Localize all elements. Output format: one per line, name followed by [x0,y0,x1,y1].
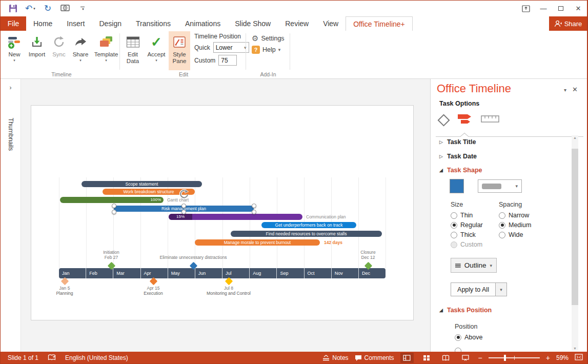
section-task-title[interactable]: ▷ Task Title [439,138,476,146]
start-from-beginning-button[interactable] [60,3,70,15]
size-radio[interactable]: Thin [451,212,483,219]
zoom-slider-center-tick [514,356,515,360]
timescale-band[interactable]: JanFebMarAprMayJunJulAugSepOctNovDec [59,268,386,278]
size-radio[interactable]: Thick [451,231,483,238]
ribbon-display-options-button[interactable] [517,1,535,16]
gantt-bar[interactable]: Get underperformers back on track [261,222,356,228]
gantt-bar[interactable]: Find needed resources to overcome stalls [231,231,382,237]
zoom-slider[interactable] [489,357,540,358]
ribbon-tab[interactable]: Review [278,16,316,31]
view-slideshow-button[interactable] [459,353,472,363]
spacing-radio[interactable]: Narrow [499,212,531,219]
new-timeline-icon [7,33,22,51]
ribbon-tab[interactable]: Home [26,16,59,31]
tab-file[interactable]: File [1,16,26,31]
accept-caret: ▾ [155,58,157,63]
slide-canvas[interactable]: Scope statementWork breakdown structure1… [31,105,414,320]
view-slide-sorter-button[interactable] [420,353,433,363]
outline-button[interactable]: Outline ▾ [451,258,497,273]
milestone-shape-tab-icon[interactable] [437,114,450,126]
ribbon-tab[interactable]: Insert [59,16,92,31]
section-label: Task Date [447,153,477,160]
expander-icon: ◢ [439,308,443,313]
custom-position-input[interactable] [218,55,237,66]
apply-to-all-dropdown[interactable]: ▾ [496,282,507,296]
close-button[interactable]: ✕ [570,1,587,16]
ribbon-tab[interactable]: Design [92,16,129,31]
scroll-down-icon[interactable]: ▼ [572,347,578,350]
slide-counter[interactable]: Slide 1 of 1 [8,354,38,361]
accept-button[interactable]: ✓ Accept ▾ [144,31,169,70]
zoom-out-button[interactable]: − [478,354,482,361]
spacing-radio[interactable]: Wide [499,231,531,238]
view-reading-button[interactable] [439,353,453,363]
quick-position-dropdown[interactable]: Lower ▾ [213,42,249,53]
selection-handle[interactable] [181,204,186,208]
section-task-date[interactable]: ▷ Task Date [439,153,477,160]
month-cell: May [168,268,195,278]
size-radio[interactable]: Regular [451,221,483,229]
shape-color-swatch[interactable] [450,179,464,193]
redo-button[interactable]: ↻ [43,3,53,15]
minimize-button[interactable]: — [535,1,552,16]
maximize-button[interactable] [552,1,570,16]
tab-label: Animations [185,19,220,28]
gantt-bar[interactable]: 100% [60,197,164,203]
apply-to-all-button[interactable]: Apply to All [451,282,496,296]
undo-dropdown-caret[interactable]: ▾ [33,7,35,11]
scrollbar-thumb[interactable] [572,149,578,305]
radio-icon [499,222,505,229]
shape-style-dropdown[interactable]: ▾ [478,179,522,193]
save-button[interactable] [8,3,18,15]
section-tasks-position[interactable]: ◢ Tasks Position [439,307,492,314]
new-button[interactable]: New ▾ [4,31,25,70]
timescale-tab-icon[interactable] [481,114,499,126]
gantt-bar[interactable]: Manage morale to prevent burnout [195,239,320,246]
ribbon-tab[interactable]: Slide Show [228,16,278,31]
edit-data-button[interactable]: Edit Data [121,31,144,70]
pane-scrollbar[interactable]: ▲ ▼ [572,135,578,351]
share-timeline-button[interactable]: Share ▾ [69,31,92,70]
thumbnails-pane-collapsed[interactable]: › Thumbnails [1,79,21,352]
selection-handle[interactable] [181,210,186,214]
size-radio[interactable]: Custom [451,241,483,248]
rotate-handle-icon[interactable] [178,189,190,200]
import-button[interactable]: Import [25,31,49,70]
zoom-slider-thumb[interactable] [504,355,506,361]
position-radio[interactable]: Above [455,334,482,341]
task-shape-tab-icon[interactable] [457,113,472,127]
language-indicator[interactable]: English (United States) [65,354,128,361]
settings-button[interactable]: ⚙ Settings [252,34,285,42]
gantt-bar[interactable]: 15% [169,214,302,220]
gantt-bar[interactable]: Scope statement [82,181,202,187]
template-button[interactable]: Template ▾ [92,31,120,70]
ribbon-tab[interactable]: Animations [178,16,228,31]
radio-label: Thick [460,231,476,238]
selection-handle[interactable] [252,204,256,208]
spacing-radio[interactable]: Medium [499,221,531,229]
selection-handle[interactable] [112,210,116,214]
fit-slide-to-window-button[interactable] [575,354,583,362]
selection-handle[interactable] [252,210,256,214]
section-task-shape[interactable]: ◢ Task Shape [439,167,482,174]
scroll-up-icon[interactable]: ▲ [572,136,578,139]
pane-close-icon[interactable]: ✕ [572,86,578,93]
help-button[interactable]: ? Help ▾ [252,46,285,54]
notes-button[interactable]: Notes [322,354,348,361]
expand-thumbnails-chevron-icon[interactable]: › [10,84,12,91]
milestone-label: Jan 5Planning [31,286,111,296]
view-normal-button[interactable] [400,353,414,363]
customize-qat-button[interactable]: ▾ [77,3,88,15]
pane-menu-caret-icon[interactable]: ▾ [564,87,566,93]
spellcheck-icon[interactable] [48,354,56,362]
undo-button[interactable]: ↶ ▾ [25,3,35,15]
selection-handle[interactable] [112,204,116,208]
comments-button[interactable]: Comments [355,354,394,361]
style-pane-button[interactable]: Style Pane [169,31,190,70]
ribbon-tab[interactable]: View [316,16,346,31]
zoom-percent[interactable]: 59% [556,354,569,361]
ribbon-tab[interactable]: Office Timeline+ [346,16,413,31]
zoom-in-button[interactable]: + [546,354,550,361]
share-button[interactable]: Share [549,16,587,31]
ribbon-tab[interactable]: Transitions [129,16,178,31]
